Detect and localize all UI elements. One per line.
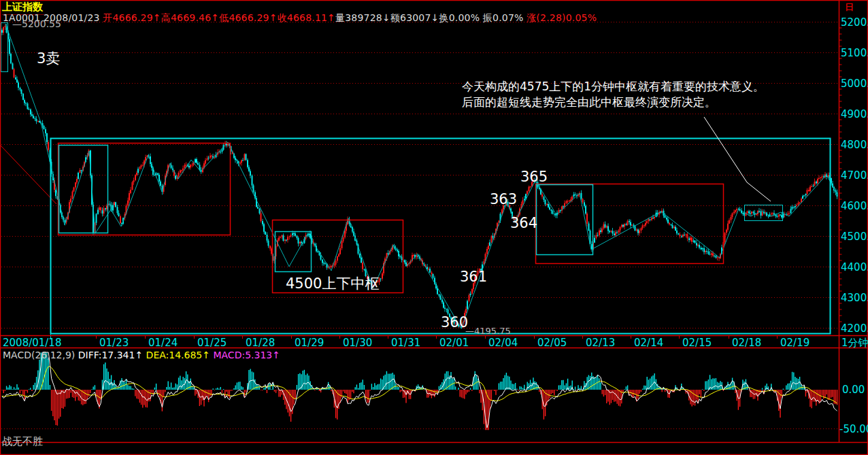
macd-axis-label: -50.00 [839,423,868,435]
price-axis-label: 4300.0 [841,292,868,304]
price-axis-label: 4700.0 [841,169,868,182]
quote-info-bar: 1A0001 2008/01/23 开4666.29↑高4669.46↑低466… [3,12,597,24]
macd-indicator-label-0: MACD(26,12,9) [3,350,78,360]
date-axis-label: 01/30 [343,337,372,349]
date-axis-label: 01/31 [391,337,420,349]
quote-field-量: 量389728↓ [335,12,390,23]
annotation-pointer-line [704,117,771,201]
date-axis-label: 02/13 [586,337,615,349]
price-axis-label: 5200.0 [841,16,868,29]
macd-panel [2,352,837,430]
period-label: 1分钟 [841,337,868,350]
pivot-point-364: 364 [510,215,537,231]
price-axis-label: 4400.0 [841,261,868,273]
zigzag-segment-line [5,24,837,328]
macd-axis-label: 0.00 [842,384,865,396]
price-axis-label: 4500.0 [841,231,868,243]
quote-field-振: 振0.07% [483,12,527,23]
price-axis-label: 5000.0 [841,78,868,90]
date-axis-label: 2008/01/18 [3,337,61,349]
macd-indicator-label-1: DIFF:17.341↑ [78,350,143,360]
watermark: 战无不胜 [2,435,43,448]
price-axis-label: 4800.0 [841,139,868,151]
date-axis-label: 01/24 [148,337,178,349]
sell-3-annotation: 3卖 [37,49,60,68]
date-axis-label: 02/05 [537,337,567,349]
quote-field-涨: 涨(2.28)0.05% [527,12,597,23]
price-axis-label: 4600.0 [841,200,868,212]
quote-field-低: 低4666.29↑ [219,12,277,23]
date-axis-label: 01/28 [246,337,275,349]
date-axis-label: 02/18 [732,337,761,349]
date-axis-label: 02/14 [634,337,663,349]
date-axis-label: 02/01 [439,337,469,349]
date-axis-label: 01/23 [99,337,129,349]
macd-indicator-label-3: MACD:5.313↑ [210,350,280,360]
trough-price-label: —4195.75 [465,326,511,336]
price-axis-label: 5100.0 [841,47,868,59]
quote-field-收: 收4668.11↑ [278,12,335,23]
date-axis-label: 01/29 [295,337,324,349]
note-line-1: 今天构成的4575上下的1分钟中枢就有着重要的技术意义。 [462,79,765,95]
candlesticks [1,24,838,328]
price-axis-label: 4200.0 [841,322,868,335]
date-axis-label: 02/04 [488,337,518,349]
quote-field-换: 换0.00% [439,12,483,23]
pivot-boxes [1,23,831,334]
date-axis-label: 02/15 [682,337,712,349]
chart-canvas[interactable] [0,0,868,455]
pivot-point-361: 361 [460,269,487,285]
date-axis-label: 01/25 [197,337,227,349]
stock-chart-window: 上证指数 1A0001 2008/01/23 开4666.29↑高4669.46… [0,0,868,455]
period-daily-button[interactable]: 日 [845,1,854,14]
quote-field-开: 开4666.29↑ [103,12,161,23]
quote-field-额: 额63007↓ [390,12,439,23]
note-line-2: 后面的超短线走势完全由此中枢最终演变所决定。 [462,95,716,110]
macd-label-bar: MACD(26,12,9) DIFF:17.341↑ DEA:14.685↑ M… [3,350,280,360]
date-axis-label: 02/19 [780,337,809,349]
pivot-point-363: 363 [490,191,517,207]
macd-indicator-label-2: DEA:14.685↑ [143,350,210,360]
pivot-4500-label: 4500上下中枢 [286,274,379,293]
peak-price-label: —5200.55 [12,18,61,29]
price-axis-label: 4900.0 [841,108,868,120]
pivot-point-360: 360 [441,314,468,331]
quote-field-高: 高4669.46↑ [161,12,219,23]
pivot-point-365: 365 [520,169,548,185]
